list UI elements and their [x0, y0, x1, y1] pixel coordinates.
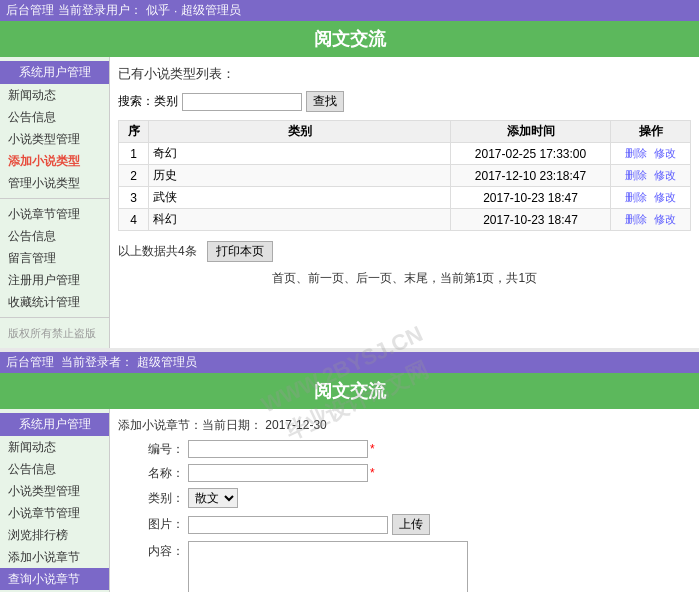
table-summary: 以上数据共4条 [118, 243, 197, 260]
table-row: 1 奇幻 2017-02-25 17:33:00 删除 修改 [119, 143, 691, 165]
cell-time: 2017-12-10 23:18:47 [451, 165, 611, 187]
username: 似乎 [146, 2, 170, 19]
pagination: 首页、前一页、后一页、末尾，当前第1页，共1页 [118, 270, 691, 287]
table-row: 4 科幻 2017-10-23 18:47 删除 修改 [119, 209, 691, 231]
search-label: 搜索：类别 [118, 93, 178, 110]
form-row-type: 类别： 散文 奇幻 历史 武侠 科幻 [118, 488, 691, 508]
bottom-backend-header: 后台管理 当前登录者： 超级管理员 [0, 352, 699, 373]
input-name[interactable] [188, 464, 368, 482]
form-row-image: 图片： 上传 [118, 514, 691, 535]
cell-time: 2017-10-23 18:47 [451, 187, 611, 209]
edit-link[interactable]: 修改 [654, 147, 676, 159]
label-type: 类别： [118, 490, 188, 507]
edit-link[interactable]: 修改 [654, 169, 676, 181]
types-table: 序 类别 添加时间 操作 1 奇幻 2017-02-25 17:33:00 删除… [118, 120, 691, 231]
label-image: 图片： [118, 516, 188, 533]
cell-type: 奇幻 [149, 143, 451, 165]
bottom-sidebar-announcement[interactable]: 公告信息 [0, 458, 109, 480]
separator: · [174, 4, 177, 18]
bottom-sidebar-add-chapter[interactable]: 添加小说章节 [0, 546, 109, 568]
divider2 [0, 317, 109, 318]
cell-time: 2017-02-25 17:33:00 [451, 143, 611, 165]
edit-link[interactable]: 修改 [654, 191, 676, 203]
backend-label: 后台管理 [6, 2, 54, 19]
table-row: 3 武侠 2017-10-23 18:47 删除 修改 [119, 187, 691, 209]
label-id: 编号： [118, 441, 188, 458]
bottom-sidebar-rank[interactable]: 浏览排行榜 [0, 524, 109, 546]
required-name: * [370, 466, 375, 480]
bottom-sidebar-chapter-manage[interactable]: 小说章节管理 [0, 502, 109, 524]
date-label: 添加小说章节：当前日期： [118, 418, 262, 432]
sidebar-item-manage-novel-type[interactable]: 管理小说类型 [0, 172, 109, 194]
cell-type: 武侠 [149, 187, 451, 209]
cell-seq: 2 [119, 165, 149, 187]
required-id: * [370, 442, 375, 456]
cell-ops: 删除 修改 [611, 143, 691, 165]
sidebar-item-message[interactable]: 留言管理 [0, 247, 109, 269]
label-name: 名称： [118, 465, 188, 482]
sidebar-item-users[interactable]: 注册用户管理 [0, 269, 109, 291]
delete-link[interactable]: 删除 [625, 191, 647, 203]
cell-type: 历史 [149, 165, 451, 187]
sidebar-item-chapter-manage[interactable]: 小说章节管理 [0, 203, 109, 225]
cell-seq: 4 [119, 209, 149, 231]
sidebar-item-collection[interactable]: 收藏统计管理 [0, 291, 109, 313]
textarea-content[interactable] [188, 541, 468, 592]
search-row: 搜索：类别 查找 [118, 91, 691, 112]
sidebar-item-novel-type-manage[interactable]: 小说类型管理 [0, 128, 109, 150]
col-op: 操作 [611, 121, 691, 143]
delete-link[interactable]: 删除 [625, 169, 647, 181]
print-button[interactable]: 打印本页 [207, 241, 273, 262]
bottom-sidebar-novel-type[interactable]: 小说类型管理 [0, 480, 109, 502]
input-image[interactable] [188, 516, 388, 534]
bottom-backend-label: 后台管理 [6, 354, 54, 371]
role-label: 超级管理员 [181, 2, 241, 19]
bottom-username: 超级管理员 [137, 354, 197, 371]
divider [0, 198, 109, 199]
cell-ops: 删除 修改 [611, 187, 691, 209]
cell-seq: 1 [119, 143, 149, 165]
sidebar-item-announcement2[interactable]: 公告信息 [0, 225, 109, 247]
bottom-sidebar: 系统用户管理 新闻动态 公告信息 小说类型管理 小说章节管理 浏览排行榜 添加小… [0, 409, 110, 592]
form-row-name: 名称： * [118, 464, 691, 482]
bottom-sidebar-search-chapter[interactable]: 查询小说章节 [0, 568, 109, 590]
edit-link[interactable]: 修改 [654, 213, 676, 225]
col-seq: 序 [119, 121, 149, 143]
cell-seq: 3 [119, 187, 149, 209]
form-row-content: 内容： [118, 541, 691, 592]
bottom-site-title: 阅文交流 [0, 373, 699, 409]
search-button[interactable]: 查找 [306, 91, 344, 112]
form-date-info: 添加小说章节：当前日期： 2017-12-30 [118, 417, 691, 434]
upload-image-button[interactable]: 上传 [392, 514, 430, 535]
select-type[interactable]: 散文 奇幻 历史 武侠 科幻 [188, 488, 238, 508]
copyright-text: 版权所有禁止盗版 [0, 322, 109, 344]
sidebar-item-add-novel-type[interactable]: 添加小说类型 [0, 150, 109, 172]
table-row: 2 历史 2017-12-10 23:18:47 删除 修改 [119, 165, 691, 187]
sidebar-title: 系统用户管理 [0, 61, 109, 84]
top-main-content: 已有小说类型列表： 搜索：类别 查找 序 类别 添加时间 操作 [110, 57, 699, 348]
col-type: 类别 [149, 121, 451, 143]
bottom-sidebar-news[interactable]: 新闻动态 [0, 436, 109, 458]
form-row-id: 编号： * [118, 440, 691, 458]
page-subtitle: 已有小说类型列表： [118, 65, 691, 83]
sidebar-item-news[interactable]: 新闻动态 [0, 84, 109, 106]
cell-ops: 删除 修改 [611, 165, 691, 187]
cell-time: 2017-10-23 18:47 [451, 209, 611, 231]
date-value: 2017-12-30 [265, 418, 326, 432]
top-backend-header: 后台管理 当前登录用户： 似乎 · 超级管理员 [0, 0, 699, 21]
label-content: 内容： [118, 541, 188, 560]
bottom-sidebar-title: 系统用户管理 [0, 413, 109, 436]
top-sidebar: 系统用户管理 新闻动态 公告信息 小说类型管理 添加小说类型 管理小说类型 小说… [0, 57, 110, 348]
current-user-label: 当前登录用户： [58, 2, 142, 19]
sidebar-item-announcement[interactable]: 公告信息 [0, 106, 109, 128]
delete-link[interactable]: 删除 [625, 213, 647, 225]
col-time: 添加时间 [451, 121, 611, 143]
cell-ops: 删除 修改 [611, 209, 691, 231]
search-input[interactable] [182, 93, 302, 111]
bottom-form-content: 添加小说章节：当前日期： 2017-12-30 编号： * 名称： * 类别： [110, 409, 699, 592]
delete-link[interactable]: 删除 [625, 147, 647, 159]
input-id[interactable] [188, 440, 368, 458]
bottom-current-user-label: 当前登录者： [61, 354, 133, 371]
site-title: 阅文交流 [0, 21, 699, 57]
cell-type: 科幻 [149, 209, 451, 231]
